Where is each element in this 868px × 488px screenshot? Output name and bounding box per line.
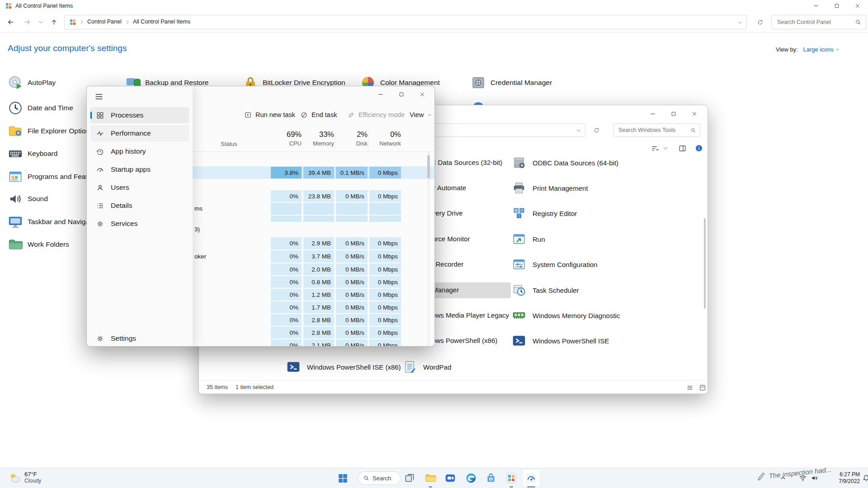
scrollbar-track[interactable] (427, 152, 430, 346)
efficiency-mode-button[interactable]: Efficiency mode (347, 108, 405, 122)
sidebar-item-app-history[interactable]: App history (90, 143, 189, 160)
forward-button[interactable] (20, 12, 34, 33)
tool-item[interactable]: Windows PowerShell ISE (x86) (286, 360, 401, 374)
thumbnail-view-icon[interactable] (699, 384, 706, 391)
scrollbar-thumb[interactable] (427, 155, 430, 178)
memory-cell (303, 203, 334, 215)
refresh-button[interactable] (752, 12, 768, 33)
view-options-icon[interactable] (651, 144, 660, 153)
sidebar-item-details[interactable]: Details (90, 197, 189, 214)
taskbar-chat-button[interactable] (441, 469, 459, 487)
process-row[interactable]: 0%0.8 MB0 MB/s0 Mbps (193, 276, 434, 288)
window-title: All Control Panel Items (15, 3, 73, 9)
maximize-button[interactable] (391, 87, 412, 102)
sidebar-item-users[interactable]: Users (90, 179, 189, 196)
breadcrumb-current[interactable]: All Control Panel Items (133, 19, 190, 25)
control-panel-item[interactable]: Work Folders (8, 235, 69, 253)
process-row[interactable]: 0%23.8 MB0 MB/s0 Mbps (193, 190, 434, 202)
search-box[interactable]: Search Windows Tools (613, 123, 700, 137)
tool-item[interactable]: ODBC Data Sources (64-bit) (512, 155, 618, 170)
notification-bell-icon[interactable] (862, 474, 868, 483)
back-button[interactable] (4, 12, 18, 33)
details-view-icon[interactable] (686, 384, 693, 391)
process-row[interactable]: 0%1.7 MB0 MB/s0 Mbps (193, 301, 434, 314)
close-button[interactable] (684, 107, 705, 121)
sidebar-item-settings[interactable]: Settings (90, 330, 189, 347)
process-row[interactable]: ms (193, 202, 434, 215)
process-row[interactable] (193, 215, 434, 222)
weather-icon[interactable] (8, 471, 22, 485)
control-panel-item[interactable]: Credential Manager (471, 74, 552, 92)
taskbar-control-panel-button[interactable] (502, 469, 520, 487)
control-panel-item[interactable]: Sound (8, 190, 48, 208)
taskbar-task-view-button[interactable] (401, 469, 419, 487)
taskbar-store-button[interactable] (482, 469, 500, 487)
memory-column-header[interactable]: 33%Memory (303, 130, 334, 147)
process-row[interactable]: 0%2.8 MB0 MB/s0 Mbps (193, 314, 434, 326)
up-button[interactable] (47, 12, 61, 33)
help-info-icon[interactable] (694, 144, 703, 153)
status-column-header[interactable]: Status (221, 141, 237, 147)
control-panel-item[interactable]: Keyboard (8, 145, 57, 163)
maximize-button[interactable] (826, 0, 847, 12)
process-row[interactable]: 0%2.0 MB0 MB/s0 Mbps (193, 263, 434, 276)
minimize-button[interactable] (806, 0, 826, 12)
search-box[interactable]: Search Control Panel (771, 15, 866, 29)
tool-item[interactable]: Windows PowerShell ISE (512, 333, 609, 348)
address-dropdown-chevron[interactable] (737, 20, 743, 25)
sidebar-item-performance[interactable]: Performance (90, 125, 189, 141)
tool-item[interactable]: WordPad (402, 360, 451, 374)
process-row[interactable]: 0%2.8 MB0 MB/s0 Mbps (193, 326, 434, 339)
search-icon[interactable] (855, 19, 861, 25)
run-new-task-button[interactable]: Run new task (244, 108, 295, 122)
tool-item[interactable]: Registry Editor (512, 206, 577, 221)
address-dropdown-chevron[interactable] (576, 128, 581, 133)
recent-pages-chevron[interactable] (35, 12, 46, 33)
tool-item[interactable]: Windows Memory Diagnostic (512, 308, 620, 323)
search-icon[interactable] (690, 127, 696, 133)
end-task-button[interactable]: End task (300, 108, 337, 122)
network-column-header[interactable]: 0%Network (369, 130, 401, 147)
view-button[interactable]: View (410, 108, 432, 122)
minimize-button[interactable] (642, 107, 663, 121)
weather-widget[interactable]: 67°F Cloudy (24, 471, 41, 484)
process-row[interactable]: 3.8%39.4 MB0.1 MB/s0 Mbps (193, 166, 434, 179)
control-panel-titlebar[interactable]: All Control Panel Items (0, 0, 868, 12)
address-bar[interactable]: Control Panel All Control Panel Items (64, 15, 747, 29)
sidebar-item-startup-apps[interactable]: Startup apps (90, 161, 189, 178)
sidebar-item-processes[interactable]: Processes (90, 107, 189, 123)
cpu-cell: 0% (271, 339, 302, 347)
tool-item[interactable]: System Configuration (512, 257, 597, 272)
view-options-chevron[interactable] (663, 145, 668, 151)
taskbar-task-manager-button[interactable] (522, 469, 540, 487)
refresh-button[interactable] (593, 127, 600, 134)
disk-column-header[interactable]: 2%Disk (336, 130, 368, 147)
taskbar-search[interactable]: Search (358, 471, 401, 485)
hamburger-menu-icon[interactable] (94, 92, 104, 102)
control-panel-item[interactable]: Date and Time (8, 99, 73, 117)
scrollbar[interactable] (704, 218, 706, 309)
taskbar-file-explorer-button[interactable] (421, 469, 439, 487)
tool-item[interactable]: Task Scheduler (512, 283, 579, 297)
start-button[interactable] (334, 469, 352, 487)
maximize-button[interactable] (663, 107, 684, 121)
process-group-row[interactable]: 3) (193, 222, 434, 237)
tool-item[interactable]: Run (512, 232, 545, 246)
minimize-button[interactable] (370, 87, 391, 102)
cpu-column-header[interactable]: 69%CPU (271, 130, 302, 147)
close-button[interactable] (412, 87, 433, 102)
view-by-chevron-icon[interactable] (835, 47, 840, 52)
control-panel-item[interactable]: File Explorer Options (8, 122, 93, 140)
process-row[interactable]: 0%2.1 MB0 MB/s0 Mbps (193, 339, 434, 347)
view-by-value[interactable]: Large icons (803, 46, 834, 53)
preview-pane-icon[interactable] (678, 144, 687, 153)
close-button[interactable] (847, 0, 868, 12)
control-panel-item[interactable]: AutoPlay (8, 74, 56, 92)
process-row[interactable]: 0%2.9 MB0 MB/s0 Mbps (193, 237, 434, 250)
tool-item[interactable]: Print Management (512, 181, 588, 195)
taskbar-edge-button[interactable] (462, 469, 480, 487)
sidebar-item-services[interactable]: Services (90, 216, 189, 232)
process-row[interactable]: 0%3.7 MB0 MB/s0 Mbpsoker (193, 250, 434, 263)
breadcrumb-root[interactable]: Control Panel (87, 19, 122, 25)
process-row[interactable]: 0%1.2 MB0 MB/s0 Mbps (193, 288, 434, 301)
